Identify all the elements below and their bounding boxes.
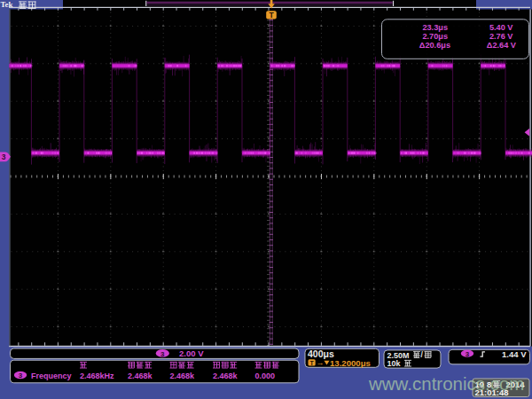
svg-text:Tek: Tek [1, 0, 13, 9]
svg-text:0.000: 0.000 [255, 372, 276, 380]
svg-text:2.76 V: 2.76 V [489, 32, 513, 41]
svg-text:Δ2.64 V: Δ2.64 V [487, 41, 517, 50]
svg-text:3: 3 [160, 350, 165, 358]
svg-text:2.468k: 2.468k [128, 372, 153, 380]
svg-text:3: 3 [2, 153, 6, 161]
svg-text:10k: 10k [387, 359, 402, 368]
svg-text:Δ20.6μs: Δ20.6μs [419, 41, 450, 50]
svg-text:2.468kHz: 2.468kHz [80, 372, 114, 380]
svg-text:2.468k: 2.468k [213, 372, 239, 380]
svg-text:2.00 V: 2.00 V [179, 348, 204, 358]
svg-text:2.468k: 2.468k [170, 372, 196, 380]
svg-text:1.44 V: 1.44 V [502, 349, 527, 359]
svg-text:13.2000μs: 13.2000μs [330, 358, 371, 368]
svg-text:23.3μs: 23.3μs [422, 23, 448, 32]
svg-text:www.cntronics.com: www.cntronics.com [368, 373, 524, 394]
svg-text:T: T [269, 11, 274, 20]
svg-text:3: 3 [19, 372, 23, 379]
svg-text:T: T [309, 360, 314, 366]
svg-text:Frequency: Frequency [31, 372, 72, 380]
svg-text:2.50M: 2.50M [387, 351, 410, 360]
svg-text:→: → [317, 358, 325, 367]
svg-text:2.70μs: 2.70μs [422, 32, 448, 41]
svg-text:3: 3 [466, 350, 470, 358]
svg-text:5.40 V: 5.40 V [489, 23, 513, 32]
